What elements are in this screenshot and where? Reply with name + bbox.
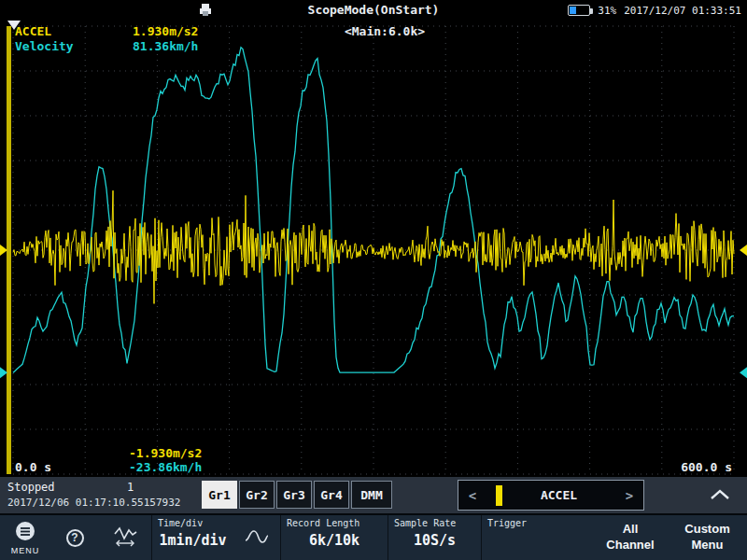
menu-icon <box>15 521 35 544</box>
all-channel-button[interactable]: All Channel <box>593 515 668 560</box>
waveform-settings-button[interactable] <box>233 515 280 560</box>
mode-title: ScopeMode(OnStart) <box>308 3 440 17</box>
tab-gr1[interactable]: Gr1 <box>202 481 237 509</box>
custom-menu-line1: Custom <box>684 522 729 538</box>
tab-gr4[interactable]: Gr4 <box>314 481 349 509</box>
sample-rate-label: Sample Rate <box>394 518 475 528</box>
channel-display[interactable]: ACCEL <box>486 481 615 510</box>
bottom-toolbar: MENU ? Time/div 1min/div <box>0 513 747 560</box>
custom-menu-button[interactable]: Custom Menu <box>668 515 747 560</box>
channel-next-button[interactable]: > <box>615 481 643 510</box>
top-status-bar: ScopeMode(OnStart) 31% 2017/12/07 01:33:… <box>0 0 747 21</box>
help-button[interactable]: ? <box>50 515 99 560</box>
printer-icon <box>198 3 213 21</box>
battery-percent: 31% <box>598 5 616 17</box>
waveform-display[interactable]: ACCEL 1.930m/s2 Velocity 81.36km/h <Main… <box>0 21 747 476</box>
time-end-label: 600.0 s <box>681 460 732 474</box>
main-record-label: <Main:6.0k> <box>345 24 425 38</box>
custom-menu-line2: Menu <box>692 538 724 553</box>
waveform-plot[interactable] <box>0 21 747 476</box>
waveform-icon <box>244 527 270 549</box>
ch1-name-label: ACCEL <box>15 24 51 38</box>
trigger-timestamp: 2017/12/06 01:17:10.55157932 <box>7 497 180 509</box>
selected-channel-name: ACCEL <box>502 488 615 502</box>
channel-prev-button[interactable]: < <box>458 481 486 510</box>
channel-selector[interactable]: < ACCEL > <box>458 480 644 511</box>
scope-screen: ScopeMode(OnStart) 31% 2017/12/07 01:33:… <box>0 0 747 560</box>
group-tabs: Gr1 Gr2 Gr3 Gr4 DMM <box>202 481 392 509</box>
sample-rate-value: 10S/s <box>394 532 475 549</box>
time-div-label: Time/div <box>158 518 228 528</box>
time-start-label: 0.0 s <box>15 460 51 474</box>
time-div-value: 1min/div <box>158 532 228 549</box>
ch1-scale-max-label: 1.930m/s2 <box>133 24 198 38</box>
record-length-setting[interactable]: Record Length 6k/10k <box>280 515 388 560</box>
time-div-setting[interactable]: Time/div 1min/div <box>151 515 233 560</box>
topbar-right-group: 31% 2017/12/07 01:33:51 <box>568 0 741 21</box>
ch1-scale-min-label: -1.930m/s2 <box>129 446 202 460</box>
timebase-button[interactable] <box>99 515 151 560</box>
all-channel-line1: All <box>623 522 639 538</box>
ch2-scale-max-label: 81.36km/h <box>133 39 198 53</box>
clock: 2017/12/07 01:33:51 <box>624 5 741 17</box>
timebase-icon <box>112 525 138 551</box>
menu-label: MENU <box>11 546 40 555</box>
acquisition-count: 1 <box>127 481 134 494</box>
ch2-name-label: Velocity <box>15 39 74 53</box>
ch2-scale-min-label: -23.86km/h <box>129 460 202 474</box>
status-bar: Stopped 1 2017/12/06 01:17:10.55157932 G… <box>0 476 747 513</box>
trigger-label: Trigger <box>487 518 587 528</box>
record-length-value: 6k/10k <box>287 532 382 549</box>
trigger-setting[interactable]: Trigger <box>481 515 593 560</box>
battery-icon <box>568 5 590 16</box>
expand-panel-button[interactable] <box>700 483 740 509</box>
tab-gr3[interactable]: Gr3 <box>276 481 312 509</box>
tab-gr2[interactable]: Gr2 <box>239 481 275 509</box>
sample-rate-setting[interactable]: Sample Rate 10S/s <box>388 515 481 560</box>
channel-color-indicator <box>496 485 502 506</box>
chevron-up-icon <box>709 488 731 503</box>
menu-button[interactable]: MENU <box>0 515 50 560</box>
all-channel-line2: Channel <box>606 538 654 553</box>
help-icon: ? <box>66 529 84 547</box>
record-length-label: Record Length <box>287 518 382 528</box>
acquisition-state: Stopped <box>7 481 55 494</box>
tab-dmm[interactable]: DMM <box>351 481 392 509</box>
